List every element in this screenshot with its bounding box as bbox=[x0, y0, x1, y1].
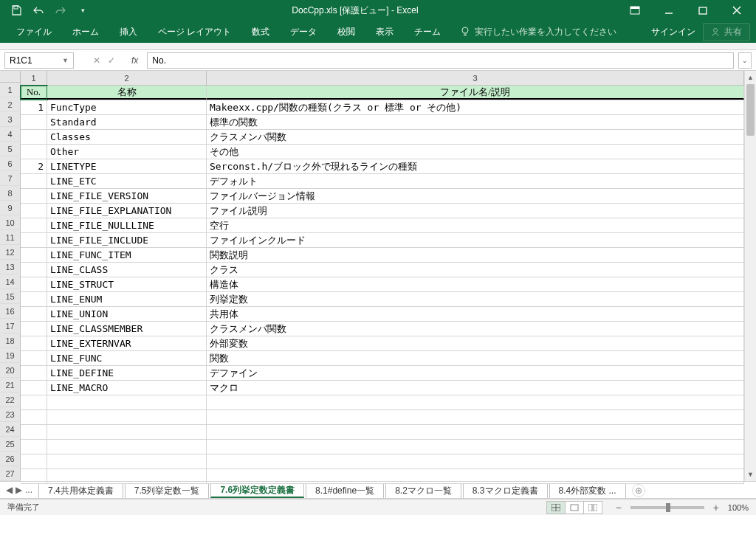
cell[interactable]: LINE_FILE_INCLUDE bbox=[47, 233, 207, 247]
name-box[interactable]: R1C1 ▼ bbox=[4, 52, 74, 69]
cell[interactable]: LINE_ENUM bbox=[47, 292, 207, 306]
formula-expand-button[interactable]: ⌄ bbox=[738, 52, 752, 69]
cell[interactable]: LINE_UNION bbox=[47, 307, 207, 321]
cell[interactable] bbox=[207, 410, 744, 424]
cell[interactable] bbox=[21, 263, 47, 277]
cell[interactable]: Classes bbox=[47, 130, 207, 144]
row-header[interactable]: 9 bbox=[0, 201, 21, 215]
col-header[interactable]: 3 bbox=[207, 71, 744, 85]
cell[interactable]: 標準の関数 bbox=[207, 115, 744, 129]
cell[interactable] bbox=[21, 366, 47, 380]
cell[interactable] bbox=[21, 336, 47, 350]
cell[interactable] bbox=[207, 395, 744, 409]
cell[interactable]: デファイン bbox=[207, 366, 744, 380]
cell[interactable]: 関数 bbox=[207, 351, 744, 365]
row-header[interactable]: 17 bbox=[0, 319, 21, 333]
cell[interactable]: Serconst.h/ブロック外で現れるラインの種類 bbox=[207, 159, 744, 173]
cell[interactable]: LINE_ETC bbox=[47, 174, 207, 188]
cell[interactable]: 1 bbox=[21, 100, 47, 114]
cell[interactable] bbox=[21, 218, 47, 232]
tab-team[interactable]: チーム bbox=[404, 21, 451, 43]
cell[interactable]: Makeexx.cpp/関数の種類(クラス or 標準 or その他) bbox=[207, 100, 744, 114]
cell[interactable] bbox=[21, 277, 47, 291]
row-header[interactable]: 16 bbox=[0, 304, 21, 319]
cell[interactable] bbox=[21, 395, 47, 409]
cell[interactable]: LINE_CLASSMEMBER bbox=[47, 322, 207, 336]
sheet-tab[interactable]: 8.2マクロ一覧 bbox=[385, 483, 461, 498]
row-header[interactable]: 5 bbox=[0, 142, 21, 156]
tab-file[interactable]: ファイル bbox=[6, 21, 62, 43]
cell[interactable]: LINE_FUNC_ITEM bbox=[47, 248, 207, 262]
cell[interactable] bbox=[47, 425, 207, 439]
cell[interactable] bbox=[47, 454, 207, 468]
share-button[interactable]: 共有 bbox=[703, 23, 750, 41]
cell[interactable] bbox=[21, 248, 47, 262]
col-header[interactable]: 1 bbox=[21, 71, 47, 85]
cell[interactable]: デフォルト bbox=[207, 174, 744, 188]
cell[interactable]: Standard bbox=[47, 115, 207, 129]
cell[interactable] bbox=[47, 469, 207, 483]
cell[interactable]: LINE_FUNC bbox=[47, 351, 207, 365]
tab-formulas[interactable]: 数式 bbox=[241, 21, 280, 43]
row-header[interactable]: 4 bbox=[0, 127, 21, 142]
sheet-tab[interactable]: 8.1#define一覧 bbox=[306, 483, 384, 498]
cell[interactable] bbox=[47, 395, 207, 409]
cell[interactable]: 構造体 bbox=[207, 277, 744, 291]
tab-view[interactable]: 表示 bbox=[365, 21, 404, 43]
cell[interactable] bbox=[47, 410, 207, 424]
sheet-tab[interactable]: 7.5列挙定数一覧 bbox=[125, 483, 210, 498]
undo-button[interactable] bbox=[30, 1, 47, 19]
select-all-corner[interactable] bbox=[0, 71, 21, 83]
row-header[interactable]: 27 bbox=[0, 466, 21, 481]
cell[interactable]: 外部変数 bbox=[207, 336, 744, 350]
zoom-in-button[interactable]: + bbox=[710, 502, 722, 513]
tab-data[interactable]: データ bbox=[280, 21, 327, 43]
tell-me[interactable]: 実行したい作業を入力してください bbox=[451, 26, 616, 38]
signin-link[interactable]: サインイン bbox=[644, 26, 703, 38]
tab-insert[interactable]: 挿入 bbox=[109, 21, 148, 43]
sheet-nav-prev[interactable]: ◀ bbox=[6, 485, 13, 495]
row-header[interactable]: 12 bbox=[0, 245, 21, 260]
cell[interactable]: FuncType bbox=[47, 100, 207, 114]
row-header[interactable]: 11 bbox=[0, 230, 21, 245]
cell[interactable]: 2 bbox=[21, 159, 47, 173]
cell[interactable] bbox=[21, 204, 47, 218]
row-header[interactable]: 3 bbox=[0, 112, 21, 127]
grid-body[interactable]: No.名称ファイル名/説明1FuncTypeMakeexx.cpp/関数の種類(… bbox=[21, 86, 744, 484]
cell[interactable]: LINE_EXTERNVAR bbox=[47, 336, 207, 350]
cancel-icon[interactable]: ✕ bbox=[93, 55, 100, 66]
row-header[interactable]: 8 bbox=[0, 186, 21, 201]
cell[interactable] bbox=[21, 440, 47, 454]
sheet-tab[interactable]: 7.6列挙定数定義書 bbox=[210, 483, 304, 498]
row-header[interactable]: 2 bbox=[0, 97, 21, 112]
cell[interactable]: ファイル説明 bbox=[207, 204, 744, 218]
cell[interactable] bbox=[21, 233, 47, 247]
cell[interactable]: 共用体 bbox=[207, 307, 744, 321]
cell[interactable] bbox=[21, 174, 47, 188]
cell[interactable]: LINETYPE bbox=[47, 159, 207, 173]
cell[interactable] bbox=[21, 145, 47, 159]
view-page-break-button[interactable] bbox=[583, 501, 602, 514]
row-header[interactable]: 20 bbox=[0, 363, 21, 378]
row-header[interactable]: 1 bbox=[0, 83, 21, 97]
cell[interactable] bbox=[21, 425, 47, 439]
cell[interactable] bbox=[207, 425, 744, 439]
header-desc[interactable]: ファイル名/説明 bbox=[207, 86, 744, 100]
zoom-slider[interactable] bbox=[630, 506, 704, 509]
row-header[interactable]: 26 bbox=[0, 452, 21, 466]
fx-icon[interactable]: fx bbox=[127, 55, 142, 66]
row-header[interactable]: 25 bbox=[0, 437, 21, 452]
row-header[interactable]: 7 bbox=[0, 171, 21, 186]
ribbon-display-button[interactable] bbox=[619, 0, 651, 21]
row-header[interactable]: 6 bbox=[0, 156, 21, 171]
cell[interactable] bbox=[207, 469, 744, 483]
cell[interactable] bbox=[21, 454, 47, 468]
redo-button[interactable] bbox=[52, 1, 69, 19]
row-header[interactable]: 13 bbox=[0, 260, 21, 274]
formula-input[interactable]: No. bbox=[147, 52, 734, 69]
cell[interactable]: ファイルバージョン情報 bbox=[207, 189, 744, 203]
close-button[interactable] bbox=[721, 0, 753, 21]
sheet-nav-next[interactable]: ▶ bbox=[16, 485, 22, 495]
cell[interactable]: ファイルインクルード bbox=[207, 233, 744, 247]
tab-review[interactable]: 校閲 bbox=[327, 21, 365, 43]
